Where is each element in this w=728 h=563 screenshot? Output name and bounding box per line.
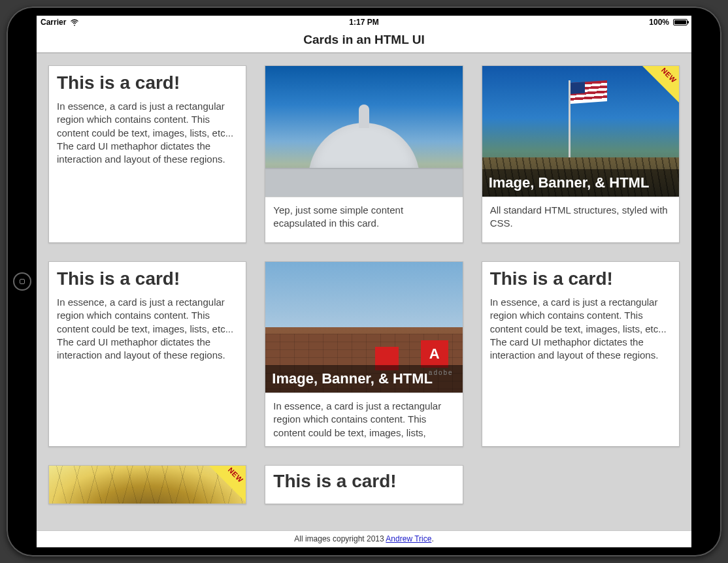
footer: All images copyright 2013 Andrew Trice. [37, 530, 691, 547]
card-title: This is a card! [490, 268, 671, 289]
card-body: All standard HTML structures, styled wit… [482, 197, 679, 242]
carrier-label: Carrier [41, 18, 66, 27]
card-image-banner-new[interactable]: Image, Banner, & HTML NEW All standard H… [482, 65, 680, 243]
overlay-title: Image, Banner, & HTML [265, 365, 462, 393]
clock-label: 1:17 PM [349, 18, 378, 27]
new-ribbon: NEW [209, 466, 246, 502]
card-image: NEW [49, 466, 246, 504]
footer-link[interactable]: Andrew Trice [386, 534, 431, 543]
card-grid: This is a card! In essence, a card is ju… [37, 54, 691, 504]
card-text[interactable]: This is a card! [265, 465, 463, 504]
card-body: Yep, just some simple content ecapsulate… [265, 197, 462, 242]
page-title: Cards in an HTML UI [37, 29, 691, 54]
card-image-new[interactable]: NEW [48, 465, 246, 504]
device-frame: Carrier 1:17 PM 100% Cards in an HTML UI… [7, 7, 721, 556]
battery-icon [673, 19, 687, 25]
card-body: In essence, a card is just a rectangular… [57, 296, 238, 362]
card-image-banner[interactable]: A adobe Image, Banner, & HTML In essence… [265, 261, 463, 447]
card-image [265, 66, 462, 197]
card-body: In essence, a card is just a rectangular… [490, 296, 671, 362]
card-body: In essence, a card is just a rectangular… [57, 100, 238, 166]
card-text[interactable]: This is a card! In essence, a card is ju… [48, 65, 246, 243]
content-area[interactable]: This is a card! In essence, a card is ju… [37, 54, 691, 530]
card-title: This is a card! [57, 268, 238, 289]
new-ribbon: NEW [642, 66, 679, 103]
footer-prefix: All images copyright 2013 [294, 534, 386, 543]
status-bar: Carrier 1:17 PM 100% [37, 16, 691, 29]
battery-pct-label: 100% [649, 18, 669, 27]
home-button[interactable] [13, 272, 31, 291]
card-body: In essence, a card is just a rectangular… [265, 393, 462, 446]
wifi-icon [70, 18, 79, 27]
card-text[interactable]: This is a card! In essence, a card is ju… [482, 261, 680, 447]
card-text[interactable]: This is a card! In essence, a card is ju… [48, 261, 246, 447]
card-image: Image, Banner, & HTML NEW [482, 66, 679, 197]
screen: Carrier 1:17 PM 100% Cards in an HTML UI… [37, 16, 691, 547]
card-image-simple[interactable]: Yep, just some simple content ecapsulate… [265, 65, 463, 243]
overlay-title: Image, Banner, & HTML [482, 169, 679, 197]
card-title: This is a card! [273, 471, 454, 492]
footer-suffix: . [431, 534, 433, 543]
card-image: A adobe Image, Banner, & HTML [265, 262, 462, 393]
card-title: This is a card! [57, 72, 238, 93]
